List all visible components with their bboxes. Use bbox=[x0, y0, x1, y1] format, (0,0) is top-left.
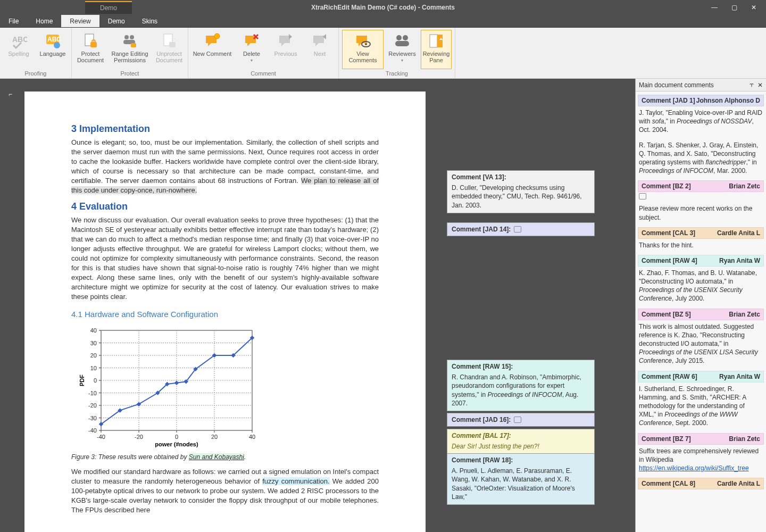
comment-delete-icon bbox=[243, 32, 260, 49]
attachment-icon bbox=[514, 417, 521, 423]
svg-point-15 bbox=[365, 43, 367, 45]
delete-comment-button[interactable]: Delete▾ bbox=[236, 30, 267, 69]
comment-header: Comment [RAW 18]: bbox=[447, 454, 594, 467]
svg-rect-12 bbox=[169, 42, 176, 47]
svg-text:ABC: ABC bbox=[12, 35, 27, 44]
app-tab[interactable]: Demo bbox=[85, 1, 132, 14]
menu-review[interactable]: Review bbox=[61, 15, 99, 27]
comment-header: Comment [RAW 15]: bbox=[447, 360, 594, 373]
unprotect-button: Unprotect Document bbox=[154, 30, 185, 69]
figure-caption: Figure 3: These results were obtained by… bbox=[71, 453, 379, 462]
svg-text:40: 40 bbox=[249, 434, 255, 440]
attachment-icon bbox=[514, 226, 521, 232]
heading-evaluation: 4 Evaluation bbox=[71, 200, 379, 213]
svg-point-8 bbox=[130, 35, 134, 39]
group-protect: Protect bbox=[75, 69, 185, 78]
heading-hwconfig: 4.1 Hardware and Software Configuration bbox=[71, 309, 379, 320]
chevron-down-icon: ▾ bbox=[251, 58, 253, 63]
document-page[interactable]: 3 Implementation Ounce is elegant; so, t… bbox=[24, 92, 426, 532]
svg-text:20: 20 bbox=[211, 434, 218, 440]
comment-body: D. Culler, "Developing checksums using e… bbox=[447, 184, 594, 213]
panel-comment-header[interactable]: Comment [RAW 4]Ryan Anita W bbox=[638, 255, 764, 267]
svg-rect-20 bbox=[437, 35, 443, 47]
panel-title: Main document comments bbox=[639, 81, 714, 89]
panel-comment-body: Thanks for the hint. bbox=[638, 239, 764, 254]
comment-new-icon bbox=[204, 32, 221, 49]
comment-header: Comment [JAD 16]: bbox=[447, 413, 594, 426]
svg-rect-19 bbox=[430, 35, 437, 47]
chevron-down-icon: ▾ bbox=[401, 58, 403, 63]
panel-comment-header[interactable]: Comment [BZ 7]Brian Zetc bbox=[638, 433, 764, 445]
window-title: XtraRichEdit Main Demo (C# code) - Comme… bbox=[311, 4, 455, 11]
minimize-icon[interactable]: — bbox=[711, 4, 718, 11]
svg-point-7 bbox=[124, 35, 129, 39]
svg-text:-20: -20 bbox=[88, 402, 97, 409]
spelling-button: ABC Spelling bbox=[3, 30, 34, 69]
new-comment-button[interactable]: New Comment bbox=[192, 30, 233, 69]
spelling-icon: ABC bbox=[10, 32, 27, 49]
margin-comment[interactable]: Comment [RAW 18]:A. Pnueli, L. Adleman, … bbox=[447, 453, 595, 505]
protect-doc-button[interactable]: Protect Document bbox=[75, 30, 106, 69]
heading-implementation: 3 Implementation bbox=[71, 122, 379, 136]
reviewers-button[interactable]: Reviewers▾ bbox=[387, 30, 418, 69]
comment-header: Comment [JAD 14]: bbox=[447, 223, 594, 236]
close-icon[interactable]: ✕ bbox=[751, 4, 756, 11]
margin-comment[interactable]: Comment [JAD 16]: bbox=[447, 413, 595, 427]
prev-comment-button: Previous bbox=[270, 30, 301, 69]
svg-text:power (#nodes): power (#nodes) bbox=[155, 441, 198, 447]
panel-comment-body: I. Sutherland, E. Schroedinger, R. Hammi… bbox=[638, 383, 764, 432]
menu-file[interactable]: File bbox=[0, 15, 27, 27]
panel-header: Main document comments ⥾ ✕ bbox=[636, 79, 766, 92]
maximize-icon[interactable]: ▢ bbox=[731, 4, 737, 11]
panel-comment-header[interactable]: Comment [CAL 3]Cardle Anita L bbox=[638, 227, 764, 239]
group-tracking: Tracking bbox=[342, 69, 452, 78]
menu-demo[interactable]: Demo bbox=[99, 15, 134, 27]
panel-comment-header[interactable]: Comment [CAL 8]Cardle Anita L bbox=[638, 478, 764, 489]
panel-comment-header[interactable]: Comment [BZ 5]Brian Zetc bbox=[638, 309, 764, 320]
svg-point-16 bbox=[396, 35, 402, 40]
panel-comment-header[interactable]: Comment [JAD 1]Johnson Alphonso D bbox=[638, 95, 764, 106]
document-area[interactable]: ⌐ 3 Implementation Ounce is elegant; so,… bbox=[0, 79, 635, 532]
range-edit-button[interactable]: Range Editing Permissions bbox=[109, 30, 151, 69]
document-lock-icon bbox=[82, 32, 99, 49]
comment-header: Comment [VA 13]: bbox=[447, 171, 594, 184]
group-comment: Comment bbox=[192, 69, 335, 78]
language-button[interactable]: ABC Language bbox=[37, 30, 68, 69]
margin-comment[interactable]: Comment [RAW 15]:R. Chandran and A. Robi… bbox=[447, 360, 595, 411]
comment-next-icon bbox=[311, 32, 328, 49]
svg-text:-30: -30 bbox=[88, 415, 97, 421]
users-lock-icon bbox=[121, 32, 138, 49]
pin-icon[interactable]: ⥾ bbox=[749, 81, 754, 89]
panel-comment-body: J. Taylor, "Enabling Voice-over-IP and R… bbox=[638, 106, 764, 139]
panel-comment-body: This work is almost outdated. Suggested … bbox=[638, 320, 764, 370]
svg-text:-20: -20 bbox=[135, 434, 143, 440]
menu-home[interactable]: Home bbox=[27, 15, 61, 27]
svg-text:ABC: ABC bbox=[47, 36, 61, 43]
panel-comment-body: Please review more recent works on the s… bbox=[638, 202, 764, 226]
panel-comment-header[interactable]: Comment [BZ 2]Brian Zetc bbox=[638, 180, 764, 192]
svg-text:30: 30 bbox=[90, 340, 97, 346]
svg-point-17 bbox=[403, 35, 408, 40]
svg-point-3 bbox=[54, 42, 60, 48]
language-icon: ABC bbox=[44, 32, 61, 49]
margin-comment[interactable]: Comment [VA 13]:D. Culler, "Developing c… bbox=[447, 170, 595, 213]
close-panel-icon[interactable]: ✕ bbox=[757, 81, 763, 89]
panel-comment-header[interactable]: Comment [RAW 6]Ryan Anita W bbox=[638, 371, 764, 383]
margin-comment[interactable]: Comment [BAL 17]:Dear Sir! Just testing … bbox=[447, 429, 595, 454]
svg-text:0: 0 bbox=[94, 377, 97, 384]
ribbon: ABC Spelling ABC Language Proofing Prote… bbox=[0, 28, 766, 79]
panel-body[interactable]: Comment [JAD 1]Johnson Alphonso DJ. Tayl… bbox=[636, 92, 766, 532]
reviewing-pane-button[interactable]: Reviewing Pane bbox=[421, 30, 452, 69]
pane-icon bbox=[428, 32, 445, 49]
view-comments-button[interactable]: View Comments bbox=[342, 30, 384, 69]
para-eval: We now discuss our evaluation. Our overa… bbox=[71, 215, 379, 301]
svg-rect-18 bbox=[395, 41, 409, 46]
menu-skins[interactable]: Skins bbox=[134, 15, 166, 27]
panel-comment-body: R. Tarjan, S. Shenker, J. Gray, A. Einst… bbox=[638, 139, 764, 180]
margin-comment[interactable]: Comment [JAD 14]: bbox=[447, 222, 595, 236]
comments-panel: Main document comments ⥾ ✕ Comment [JAD … bbox=[635, 79, 766, 532]
comment-header: Comment [BAL 17]: bbox=[447, 429, 594, 442]
chart-figure: -40-2002040-40-30-20-10010203040power (#… bbox=[77, 325, 257, 447]
highlight-fuzzy: fuzzy communication. bbox=[262, 477, 329, 485]
svg-text:0: 0 bbox=[175, 434, 178, 440]
